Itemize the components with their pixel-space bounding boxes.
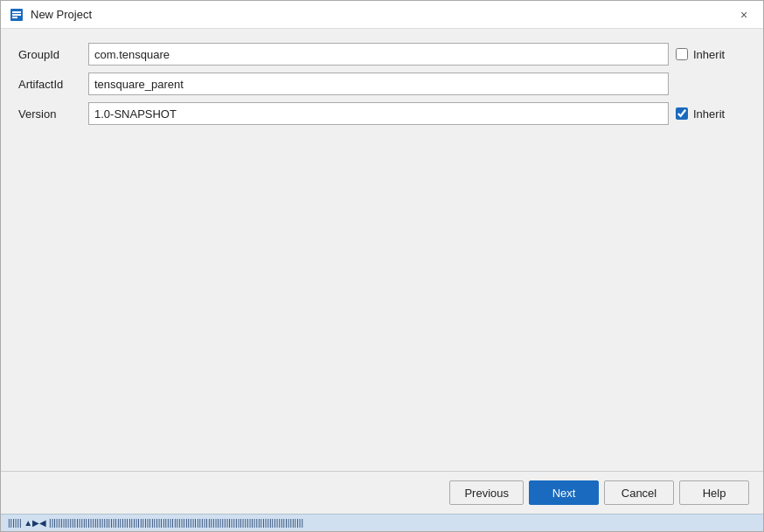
version-input[interactable] (88, 102, 669, 125)
title-bar: New Project × (1, 1, 763, 29)
groupid-inherit-label: Inherit (693, 48, 725, 61)
project-icon (10, 8, 24, 22)
close-button[interactable]: × (733, 4, 754, 25)
status-bar: |||||| ▲▶◀ |||||||||||||||||||||||||||||… (1, 514, 763, 531)
help-button[interactable]: Help (679, 480, 749, 505)
dialog-title: New Project (31, 8, 92, 21)
cancel-button[interactable]: Cancel (604, 480, 674, 505)
artifactid-label: ArtifactId (18, 78, 88, 91)
svg-rect-3 (12, 17, 17, 18)
artifactid-input[interactable] (88, 73, 669, 95)
groupid-input[interactable] (88, 43, 669, 66)
status-text: |||||| ▲▶◀ |||||||||||||||||||||||||||||… (8, 518, 303, 528)
version-row: Version Inherit (18, 102, 746, 125)
groupid-inherit-container: Inherit (676, 48, 746, 61)
svg-rect-2 (12, 14, 21, 16)
version-inherit-checkbox[interactable] (676, 107, 688, 120)
groupid-inherit-checkbox[interactable] (676, 48, 688, 60)
artifactid-row: ArtifactId Inherit (18, 73, 746, 95)
version-label: Version (18, 107, 88, 121)
title-bar-left: New Project (10, 8, 92, 22)
dialog-content: GroupId Inherit ArtifactId Inherit Versi… (1, 29, 763, 471)
previous-button[interactable]: Previous (449, 480, 524, 505)
new-project-dialog: New Project × GroupId Inherit ArtifactId… (0, 0, 764, 532)
version-inherit-label: Inherit (693, 107, 725, 121)
content-spacer (18, 132, 746, 457)
dialog-footer: Previous Next Cancel Help (1, 471, 763, 514)
next-button[interactable]: Next (529, 480, 599, 505)
groupid-label: GroupId (18, 48, 88, 61)
version-inherit-container: Inherit (676, 107, 746, 121)
groupid-row: GroupId Inherit (18, 43, 746, 66)
svg-rect-1 (12, 11, 21, 13)
